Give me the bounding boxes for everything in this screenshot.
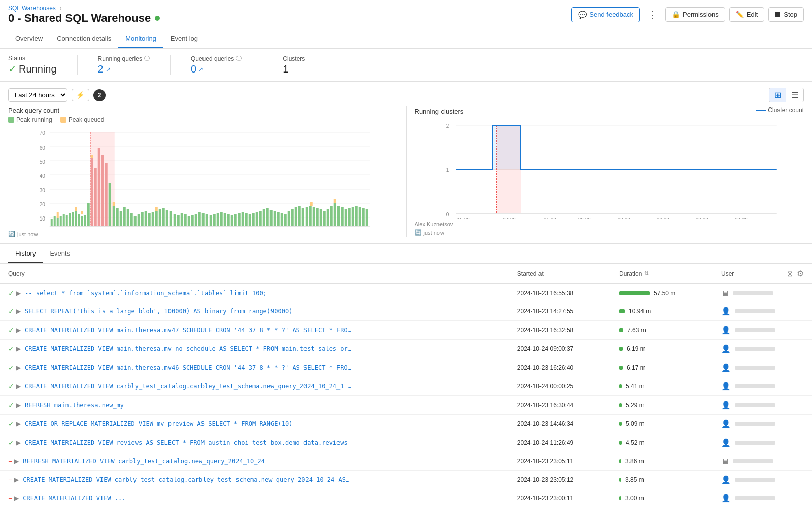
table-settings-button[interactable]: ⚙ — [797, 269, 804, 278]
row-expand[interactable]: ▶ — [16, 327, 21, 334]
query-text[interactable]: -- select * from `system`.`information_s… — [25, 290, 267, 297]
user-name-bar — [735, 347, 775, 351]
user-cell: 👤 — [713, 302, 812, 321]
legend-cluster-label: Cluster count — [768, 106, 804, 114]
system-user-icon: 🖥 — [721, 288, 729, 297]
svg-rect-51 — [170, 211, 172, 226]
tab-monitoring[interactable]: Monitoring — [118, 29, 163, 48]
query-text[interactable]: REFRESH MATERIALIZED VIEW carbly_test_ca… — [23, 458, 265, 465]
duration-value: 5.29 m — [626, 402, 645, 409]
query-text[interactable]: CREATE MATERIALIZED VIEW carbly_test_cat… — [25, 383, 355, 390]
table-row[interactable]: ✓ ▶ CREATE MATERIALIZED VIEW main.theres… — [0, 340, 812, 358]
external-link-icon[interactable]: ↗ — [106, 66, 111, 73]
table-row[interactable]: − ▶ CREATE MATERIALIZED VIEW ... 2024-10… — [0, 489, 812, 507]
time-range-select[interactable]: Last 24 hours — [8, 88, 67, 102]
started-at-cell: 2024-10-23 16:32:58 — [509, 321, 611, 340]
table-row[interactable]: ✓ ▶ SELECT REPEAT('this is a large blob'… — [0, 302, 812, 321]
query-text[interactable]: CREATE MATERIALIZED VIEW main.theresa.mv… — [25, 345, 355, 352]
started-at-cell: 2024-10-23 14:27:55 — [509, 302, 611, 321]
user-col-label: User — [721, 270, 734, 277]
filter-button[interactable]: ⧖ — [787, 269, 793, 278]
list-view-toggle[interactable]: ☰ — [786, 88, 803, 102]
grid-view-toggle[interactable]: ⊞ — [769, 88, 786, 102]
status-fail-icon: − — [8, 476, 12, 484]
tab-event-log[interactable]: Event log — [163, 29, 205, 48]
stop-button[interactable]: Stop — [768, 7, 804, 22]
svg-rect-107 — [57, 212, 59, 218]
tab-events[interactable]: Events — [43, 244, 77, 263]
row-expand[interactable]: ▶ — [16, 402, 21, 409]
row-expand[interactable]: ▶ — [16, 364, 21, 371]
svg-rect-82 — [281, 213, 283, 226]
query-text[interactable]: CREATE OR REPLACE MATERIALIZED VIEW mv_p… — [25, 420, 292, 427]
table-row[interactable]: ✓ ▶ REFRESH main.theresa.new_my 2024-10-… — [0, 396, 812, 415]
external-link-icon-queued[interactable]: ↗ — [198, 66, 204, 73]
table-row[interactable]: − ▶ CREATE MATERIALIZED VIEW carbly_test… — [0, 471, 812, 489]
svg-rect-43 — [141, 212, 144, 226]
cluster-chart-footer: Alex Kuznetsov — [415, 219, 804, 227]
query-text[interactable]: CREATE MATERIALIZED VIEW ... — [23, 495, 125, 502]
svg-rect-64 — [217, 213, 219, 226]
started-at-cell: 2024-10-23 16:26:40 — [509, 358, 611, 377]
row-expand[interactable]: ▶ — [14, 458, 19, 465]
row-expand[interactable]: ▶ — [14, 495, 19, 502]
col-query: Query — [0, 264, 509, 284]
table-row[interactable]: ✓ ▶ CREATE OR REPLACE MATERIALIZED VIEW … — [0, 415, 812, 433]
duration-bar — [619, 291, 650, 295]
svg-rect-114 — [334, 199, 336, 203]
table-row[interactable]: ✓ ▶ CREATE MATERIALIZED VIEW carbly_test… — [0, 377, 812, 396]
tab-overview[interactable]: Overview — [8, 29, 50, 48]
refresh-icon: 🔄 — [8, 231, 15, 237]
row-expand[interactable]: ▶ — [16, 290, 21, 297]
svg-rect-50 — [166, 210, 168, 226]
breadcrumb[interactable]: SQL Warehouses › — [8, 4, 160, 12]
row-expand[interactable]: ▶ — [16, 420, 21, 427]
metric-status-label: Status — [8, 55, 57, 62]
svg-rect-105 — [362, 208, 365, 226]
charts-section: Last 24 hours ⚡ 2 ⊞ ☰ Peak query count P… — [0, 82, 812, 244]
edit-icon: ✏️ — [736, 11, 744, 18]
lock-icon: 🔒 — [672, 11, 680, 18]
row-expand[interactable]: ▶ — [16, 439, 21, 446]
permissions-button[interactable]: 🔒 Permissions — [665, 7, 725, 22]
query-text[interactable]: CREATE MATERIALIZED VIEW main.theresa.mv… — [25, 364, 355, 371]
duration-sort[interactable]: Duration ⇅ — [619, 270, 705, 277]
peak-query-chart: Peak query count Peak running Peak queue… — [8, 106, 406, 237]
query-cell: ✓ ▶ -- select * from `system`.`informati… — [0, 284, 509, 302]
table-row[interactable]: ✓ ▶ CREATE MATERIALIZED VIEW main.theres… — [0, 358, 812, 377]
duration-value: 4.52 m — [626, 439, 645, 446]
tab-connection-details[interactable]: Connection details — [50, 29, 118, 48]
send-feedback-button[interactable]: 💬 Send feedback — [571, 7, 640, 22]
svg-rect-86 — [295, 207, 297, 226]
svg-rect-55 — [184, 214, 187, 226]
tab-history[interactable]: History — [8, 244, 43, 263]
breadcrumb-link[interactable]: SQL Warehouses — [8, 5, 56, 12]
auto-refresh-button[interactable]: ⚡ — [72, 89, 89, 101]
cluster-bar — [492, 125, 520, 169]
query-text[interactable]: SELECT REPEAT('this is a large blob', 10… — [25, 308, 292, 315]
query-text[interactable]: CREATE MATERIALIZED VIEW carbly_test_cat… — [23, 476, 353, 483]
top-actions: 💬 Send feedback ⋮ 🔒 Permissions ✏️ Edit … — [571, 7, 804, 22]
table-row[interactable]: − ▶ REFRESH MATERIALIZED VIEW carbly_tes… — [0, 452, 812, 471]
table-row[interactable]: ✓ ▶ CREATE MATERIALIZED VIEW main.theres… — [0, 321, 812, 340]
svg-rect-91 — [313, 207, 315, 226]
cluster-refresh-icon: 🔄 — [415, 229, 422, 236]
permissions-label: Permissions — [683, 11, 719, 18]
more-options-button[interactable]: ⋮ — [644, 7, 661, 22]
duration-value: 57.50 m — [654, 290, 675, 297]
row-expand[interactable]: ▶ — [16, 308, 21, 315]
row-expand[interactable]: ▶ — [14, 476, 19, 483]
person-user-icon: 👤 — [721, 382, 731, 391]
duration-cell: 7.63 m — [611, 321, 713, 340]
row-expand[interactable]: ▶ — [16, 345, 21, 352]
row-expand[interactable]: ▶ — [16, 383, 21, 390]
query-text[interactable]: CREATE MATERIALIZED VIEW main.theresa.mv… — [25, 327, 355, 334]
user-name-bar — [733, 291, 773, 295]
query-text[interactable]: REFRESH main.theresa.new_my — [25, 402, 124, 409]
table-row[interactable]: ✓ ▶ -- select * from `system`.`informati… — [0, 284, 812, 302]
edit-button[interactable]: ✏️ Edit — [729, 7, 764, 22]
peak-query-timestamp: 🔄 just now — [8, 231, 398, 237]
query-text[interactable]: CREATE MATERIALIZED VIEW reviews AS SELE… — [25, 439, 348, 446]
table-row[interactable]: ✓ ▶ CREATE MATERIALIZED VIEW reviews AS … — [0, 433, 812, 452]
running-queries-number: 2 — [98, 63, 104, 75]
